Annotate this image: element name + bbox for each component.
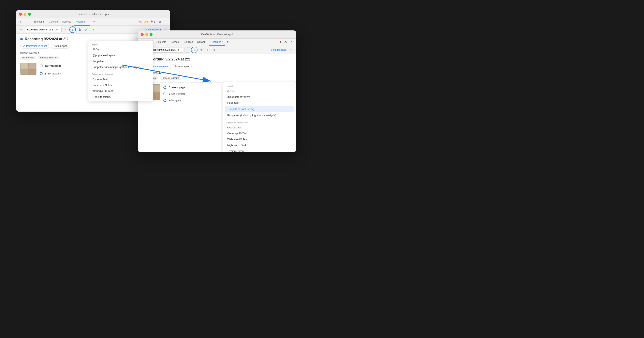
dropdown-json-2[interactable]: JSON [223,88,296,94]
refresh-button-1[interactable]: ↺ [90,27,95,32]
play-button-2[interactable]: ▷ [205,47,210,53]
timeout-badge-1: Timeout: 5000 ms [38,56,60,60]
recording-dot-1 [20,38,23,40]
tab-console-1[interactable]: Console [47,18,60,26]
close-button-1[interactable] [19,13,22,16]
tab-elements-1[interactable]: Elements [32,18,46,26]
set-viewport-label-2: ▶ Set viewport [169,93,185,95]
delete-button-2[interactable]: 🗑 [199,47,204,53]
dropdown-puppeteer-1[interactable]: Puppeteer [88,58,153,64]
tab-close-icon-1[interactable]: × [86,21,88,23]
settings-icon-2[interactable]: ⚙ [283,39,288,45]
expand-icon-2[interactable]: ▶ [169,93,170,95]
export-via-extensions-label-1: Export via extensions [88,72,153,76]
device-icon[interactable]: ⬚ [24,19,30,25]
export-label-1: Export [88,42,153,47]
normal-speed-button-1[interactable]: Normal spee [51,44,70,49]
dropdown-nightwatch-2[interactable]: Nightwatch Test [223,142,296,148]
thumb-cell-3 [20,69,28,75]
tab-more-1[interactable]: >> [90,18,97,26]
timeout-badge-2: Timeout: 5000 ms [160,76,181,80]
maximize-button-1[interactable] [28,13,31,16]
dropdown-testing-library-2[interactable]: Testing Library [223,148,296,152]
dropdown-puppeteer-lighthouse-1[interactable]: Puppeteer (including Lighthouse analysis… [88,64,153,70]
timeline-node-current-page-1: Current page [40,64,62,67]
recording-selector-1[interactable]: Recording 9/2/2024 at 2:... ▾ [25,27,62,32]
tab-more-2[interactable]: >> [225,39,232,46]
tab-sources-2[interactable]: Sources [182,39,195,46]
thumb-cell-4 [28,69,36,75]
minimize-button-2[interactable] [145,33,148,36]
expand-icon-1[interactable]: ▶ [45,72,47,75]
window-title-1: DevTools - coffee-cart.app/ [78,13,109,16]
dropdown-webdriverio-2[interactable]: WebdriverIO Test [223,136,296,142]
tab-recorder-1[interactable]: Recorder × [74,18,90,26]
export-icon-1[interactable]: ↑ [63,27,68,32]
delete-button-1[interactable]: 🗑 [77,27,82,32]
traffic-lights-1 [19,13,31,16]
chevron-right-icon-2: ▶ [160,72,161,75]
action-buttons-row-2: ↗ Performance panel Normal spee [142,64,292,69]
dropdown-cypress-1[interactable]: Cypress Test [88,76,153,82]
download-button-2[interactable]: ↓ [191,47,198,53]
dropdown-puppeteer-2[interactable]: Puppeteer [223,100,296,106]
more-options-icon-1[interactable]: ⋮ [163,19,169,25]
tab-console-2[interactable]: Console [168,39,182,46]
close-button-2[interactable] [141,33,144,36]
tab-bar-1: ⊹ ⬚ Elements Console Sources Recorder × … [16,18,170,26]
export-label-2: Export [223,84,296,88]
export-dropdown-1: Export JSON @puppeteer/replay Puppeteer … [88,41,153,101]
window-title-2: DevTools - coffee-cart.app/ [201,33,232,36]
dropdown-codeceptjs-1[interactable]: CodeceptJS Test [88,82,153,88]
settings-icon-1[interactable]: ⚙ [157,19,162,25]
tab-network-2[interactable]: Network [195,39,208,46]
thumb-cell-2 [28,63,36,69]
expand-icon-3[interactable]: ▶ [169,99,170,102]
minimize-button-1[interactable] [24,13,26,16]
dropdown-codeceptjs-2[interactable]: CodeceptJS Test [223,130,296,136]
send-feedback-link-2[interactable]: Send feedback [271,49,287,51]
play-button-1[interactable]: ▷ [84,27,89,32]
maximize-button-2[interactable] [150,33,152,36]
download-button-1[interactable]: ↓ [69,26,76,33]
dropdown-puppeteer-firefox-2[interactable]: Puppeteer (for Firefox) [225,106,294,112]
title-bar-1: DevTools - coffee-cart.app/ [16,10,170,18]
tab-elements-2[interactable]: Elements [154,39,168,46]
dropdown-webdriverio-1[interactable]: WebdriverIO Test [88,88,153,94]
error-badge-2: ✕ 1 [276,40,282,44]
dropdown-cypress-2[interactable]: Cypress Test [223,125,296,130]
error-badge-1: ✕ 1 [137,20,143,24]
inspect-icon[interactable]: ⊹ [18,19,24,25]
dropdown-puppeteer-replay-2[interactable]: @puppeteer/replay [223,94,296,100]
dropdown-puppeteer-replay-1[interactable]: @puppeteer/replay [88,52,153,58]
help-icon-2[interactable]: ? [288,47,294,53]
more-options-icon-2[interactable]: ⋮ [289,39,294,45]
dropdown-get-extensions-1[interactable]: Get extensions... [88,94,153,100]
recording-title-1: Recording 9/2/2024 at 2:2 [25,37,68,41]
throttling-badge-1: No throttling [20,56,36,60]
add-recording-button-1[interactable]: + [18,27,24,33]
tab-recorder-2[interactable]: Recorder × [209,39,225,46]
performance-panel-button-1[interactable]: ↗ Performance panel [20,44,49,49]
thumbnail-grid-1 [20,63,36,75]
tab-sources-1[interactable]: Sources [60,18,73,26]
error-icon-2: ✕ [278,41,280,44]
chevron-down-icon-2: ▾ [178,49,179,51]
page-thumbnail-1 [20,63,36,75]
normal-speed-button-2[interactable]: Normal spee [172,64,192,69]
chevron-right-icon-1: ▶ [38,51,40,54]
error-icon-1: ✕ [138,21,140,23]
main-content-2: Recording 9/2/2024 at 2:2 ↗ Performance … [138,54,296,82]
replay-settings-label-1[interactable]: Replay settings ▶ [20,51,40,54]
timeline-line-2 [165,87,165,104]
message-badge-1: 🚩 3 [150,20,156,24]
tab-close-icon-2[interactable]: × [222,41,223,43]
timeline-steps-1: Current page ▶ Set viewport [40,63,62,75]
dropdown-json-1[interactable]: JSON [88,47,153,52]
dropdown-puppeteer-lighthouse-2[interactable]: Puppeteer (including Lighthouse analysis… [223,112,296,118]
export-via-extensions-label-2: Export via extensions [223,120,296,125]
export-icon-2[interactable]: ↑ [184,47,190,53]
devtools-window-1: DevTools - coffee-cart.app/ ⊹ ⬚ Elements… [16,10,170,112]
refresh-button-2[interactable]: ↺ [212,47,217,53]
set-viewport-label-1: ▶ Set viewport [45,72,61,75]
